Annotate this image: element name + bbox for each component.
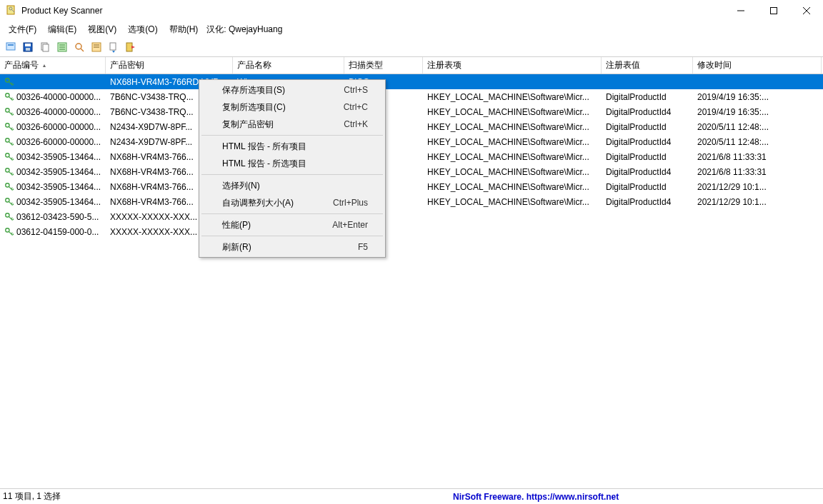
find-button[interactable] (71, 39, 87, 55)
svg-line-52 (12, 173, 14, 175)
key-icon (4, 212, 14, 222)
svg-point-18 (76, 44, 81, 49)
sort-indicator-icon: ▴ (43, 62, 46, 69)
context-label: 刷新(R) (222, 241, 358, 253)
svg-line-55 (11, 187, 13, 188)
svg-rect-24 (126, 43, 132, 51)
context-item[interactable]: 复制所选项目(C)Ctrl+C (201, 99, 384, 116)
cell: 2020/5/11 12:48:... (693, 136, 822, 148)
cell: 00326-40000-00000... (0, 106, 106, 118)
context-label: 性能(P) (222, 219, 332, 231)
menu-options[interactable]: 选项(O) (122, 22, 163, 37)
table-header: 产品编号▴ 产品密钥 产品名称 扫描类型 注册表项 注册表值 修改时间 (0, 57, 823, 74)
svg-line-27 (11, 82, 13, 84)
table-row[interactable]: 03612-04159-000-0...XXXXX-XXXXX-XXX... (0, 224, 823, 239)
svg-rect-11 (26, 48, 30, 51)
context-label: HTML 报告 - 所选项目 (222, 158, 368, 170)
exit-button[interactable] (123, 39, 139, 55)
context-separator (201, 174, 383, 175)
svg-line-39 (11, 127, 13, 128)
table-row[interactable]: 00342-35905-13464...NX68H-VR4M3-766...HK… (0, 194, 823, 209)
table-row[interactable]: 00326-40000-00000...7B6NC-V3438-TRQ...HK… (0, 89, 823, 104)
svg-rect-4 (771, 8, 777, 14)
maximize-button[interactable] (757, 0, 790, 21)
copy-button[interactable] (37, 39, 53, 55)
cell: 2019/4/19 16:35:... (693, 106, 822, 118)
context-shortcut: Ctrl+S (344, 85, 368, 95)
context-item[interactable]: 选择列(N) (201, 177, 384, 194)
svg-line-64 (12, 218, 14, 220)
scan-button[interactable] (3, 39, 19, 55)
close-button[interactable] (790, 0, 823, 21)
context-item[interactable]: 刷新(R)F5 (201, 238, 384, 256)
minimize-button[interactable] (724, 0, 757, 21)
col-product-id[interactable]: 产品编号▴ (0, 57, 106, 74)
table-row[interactable]: 00342-35905-13464...NX68H-VR4M3-766...HK… (0, 164, 823, 179)
refresh-button[interactable] (106, 39, 121, 55)
cell (693, 216, 822, 218)
menubar: 文件(F) 编辑(E) 视图(V) 选项(O) 帮助(H) 汉化: Qwejay… (0, 21, 823, 37)
cell: 00342-35905-13464... (0, 181, 106, 193)
save-button[interactable] (20, 39, 36, 55)
context-shortcut: Alt+Enter (332, 220, 368, 230)
key-icon (4, 182, 14, 192)
data-table[interactable]: 产品编号▴ 产品密钥 产品名称 扫描类型 注册表项 注册表值 修改时间 NX68… (0, 57, 823, 488)
menu-help[interactable]: 帮助(H) (164, 22, 204, 37)
menu-edit[interactable]: 编辑(E) (42, 22, 82, 37)
cell (602, 216, 693, 218)
table-row[interactable]: 00326-60000-00000...N2434-X9D7W-8PF...HK… (0, 119, 823, 134)
context-item[interactable]: HTML 报告 - 所选项目 (201, 155, 384, 172)
svg-line-48 (12, 158, 14, 160)
context-separator (201, 213, 383, 214)
svg-line-19 (81, 49, 84, 51)
context-item[interactable]: 性能(P)Alt+Enter (201, 216, 384, 233)
table-row[interactable]: 03612-03423-590-5...XXXXX-XXXXX-XXX... (0, 209, 823, 224)
svg-line-32 (12, 99, 14, 100)
cell (602, 231, 693, 233)
cell (602, 81, 693, 83)
context-label: HTML 报告 - 所有项目 (222, 141, 368, 153)
status-link[interactable]: NirSoft Freeware. https://www.nirsoft.ne… (453, 492, 619, 502)
col-reg-value[interactable]: 注册表值 (602, 57, 693, 74)
col-product-name[interactable]: 产品名称 (233, 57, 344, 74)
context-item[interactable]: 保存所选项目(S)Ctrl+S (201, 81, 384, 99)
key-icon (4, 197, 14, 207)
context-shortcut: Ctrl+K (344, 119, 368, 129)
properties-button[interactable] (54, 39, 70, 55)
svg-line-59 (11, 202, 13, 203)
table-row[interactable]: 00326-60000-00000...N2434-X9D7W-8PF...HK… (0, 134, 823, 149)
col-product-key[interactable]: 产品密钥 (106, 57, 233, 74)
options-button[interactable] (89, 39, 104, 55)
col-reg-key[interactable]: 注册表项 (423, 57, 602, 74)
cell: 00342-35905-13464... (0, 151, 106, 163)
col-modified[interactable]: 修改时间 (693, 57, 822, 74)
table-row[interactable]: 00342-35905-13464...NX68H-VR4M3-766...HK… (0, 149, 823, 164)
table-row[interactable]: 00342-35905-13464...NX68H-VR4M3-766...HK… (0, 179, 823, 194)
svg-line-31 (11, 97, 13, 99)
svg-rect-8 (8, 44, 14, 46)
svg-line-43 (11, 142, 13, 143)
context-separator (201, 236, 383, 236)
key-icon (4, 167, 14, 177)
menu-file[interactable]: 文件(F) (3, 22, 42, 37)
cell: HKEY_LOCAL_MACHINE\Software\Micr... (423, 166, 602, 178)
table-row[interactable]: NX68H-VR4M3-766RD-VVR...Wi...BIOS (0, 74, 823, 89)
col-scan-type[interactable]: 扫描类型 (344, 57, 423, 74)
context-item[interactable]: HTML 报告 - 所有项目 (201, 138, 384, 155)
cell: DigitalProductId (602, 151, 693, 163)
menu-view[interactable]: 视图(V) (82, 22, 122, 37)
table-row[interactable]: 00326-40000-00000...7B6NC-V3438-TRQ...HK… (0, 104, 823, 119)
svg-line-63 (11, 217, 13, 218)
cell: 03612-04159-000-0... (0, 226, 106, 238)
key-icon (4, 77, 14, 87)
cell (423, 231, 602, 233)
context-item[interactable]: 复制产品密钥Ctrl+K (201, 116, 384, 133)
svg-line-35 (11, 112, 13, 114)
cell: 2021/6/8 11:33:31 (693, 166, 822, 178)
context-item[interactable]: 自动调整列大小(A)Ctrl+Plus (201, 194, 384, 211)
cell: 00342-35905-13464... (0, 196, 106, 208)
cell (423, 81, 602, 83)
svg-line-56 (12, 188, 14, 190)
cell (693, 231, 822, 233)
context-shortcut: Ctrl+C (344, 102, 368, 112)
